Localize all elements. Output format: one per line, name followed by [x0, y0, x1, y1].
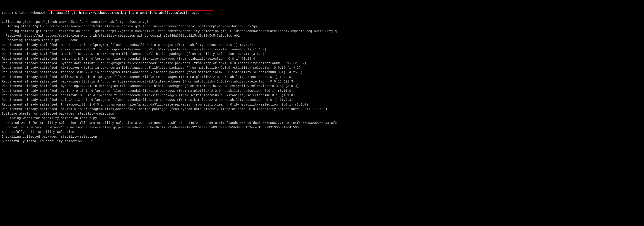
output-line: Requirement already satisfied: packaging…: [2, 79, 642, 84]
output-line: Created wheel for stability-selection: f…: [2, 121, 642, 125]
output-line: Collecting git+https://github.com/scikit…: [2, 20, 642, 24]
output-line: Requirement already satisfied: pyparsing…: [2, 84, 642, 88]
output-line: Requirement already satisfied: nose>=1.1…: [2, 43, 642, 47]
prompt-line: (base) C:\Users\chenwei>pip install git+…: [2, 11, 642, 15]
output-line: Cloning https://github.com/scikit-learn-…: [2, 24, 642, 29]
output-line: Requirement already satisfied: pillow>=6…: [2, 75, 642, 79]
command-text: pip install git+https://github.com/sciki…: [48, 10, 214, 15]
command-separator: >: [46, 11, 47, 15]
output-line: Installing collected packages: stability…: [2, 134, 642, 139]
output-line: Requirement already satisfied: joblib>=1…: [2, 93, 642, 98]
prompt-text: (base) C:\Users\chenwei: [2, 11, 46, 15]
output-line: Requirement already satisfied: kiwisolve…: [2, 66, 642, 70]
output-line: Preparing metadata (setup.py) ... done: [2, 38, 642, 42]
output-line: Building wheels for collected packages: …: [2, 112, 642, 116]
output-line: Requirement already satisfied: scipy>=1.…: [2, 98, 642, 102]
output-line: Requirement already satisfied: matplotli…: [2, 52, 642, 56]
output-line: Successfully built stability-selection: [2, 130, 642, 134]
terminal: (base) C:\Users\chenwei>pip install git+…: [2, 1, 642, 20]
terminal-output: Collecting git+https://github.com/scikit…: [2, 20, 642, 143]
output-line: Requirement already satisfied: python-da…: [2, 61, 642, 66]
output-line: Requirement already satisfied: cycler>=0…: [2, 89, 642, 93]
output-line: Stored in directory: C:\Users\chenwei\Ap…: [2, 125, 642, 130]
output-line: Requirement already satisfied: numpy>=1.…: [2, 56, 642, 61]
output-line: Successfully installed stability-selecti…: [2, 139, 642, 143]
output-line: Requirement already satisfied: threadpoo…: [2, 102, 642, 107]
output-line: Requirement already satisfied: scikit-le…: [2, 47, 642, 52]
output-line: Running command git clone --filter=blob:…: [2, 29, 642, 33]
output-line: Requirement already satisfied: six>=1.5 …: [2, 107, 642, 112]
output-line: Resolved https://github.com/scikit-learn…: [2, 33, 642, 38]
output-line: Building wheel for stability-selection (…: [2, 116, 642, 120]
output-line: Requirement already satisfied: fonttools…: [2, 70, 642, 75]
